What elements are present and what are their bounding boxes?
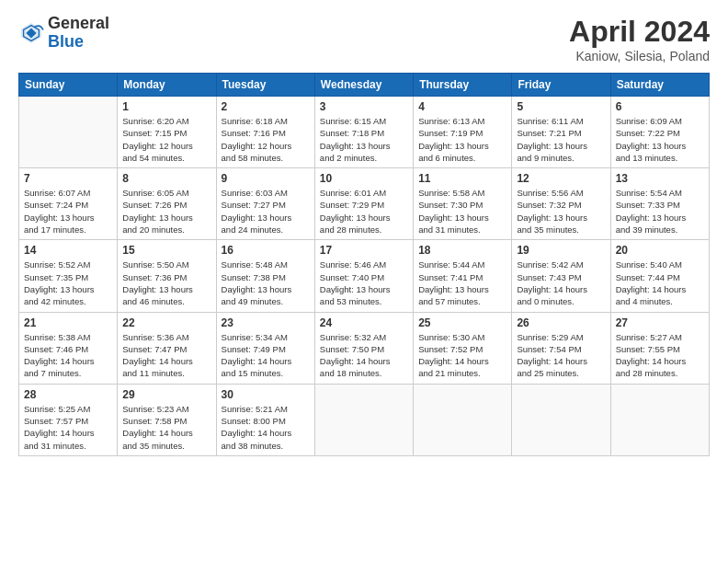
- weekday-header-monday: Monday: [118, 74, 216, 97]
- day-info: Sunrise: 5:48 AMSunset: 7:38 PMDaylight:…: [222, 259, 310, 307]
- calendar-cell: 7Sunrise: 6:07 AMSunset: 7:24 PMDaylight…: [19, 168, 118, 240]
- logo-general-text: General: [48, 15, 109, 33]
- calendar-cell: 30Sunrise: 5:21 AMSunset: 8:00 PMDayligh…: [216, 384, 314, 455]
- calendar-cell: 13Sunrise: 5:54 AMSunset: 7:33 PMDayligh…: [610, 168, 709, 240]
- week-row-4: 28Sunrise: 5:25 AMSunset: 7:57 PMDayligh…: [19, 384, 710, 455]
- weekday-header-tuesday: Tuesday: [216, 74, 314, 97]
- day-number: 3: [320, 100, 408, 113]
- calendar-cell: 9Sunrise: 6:03 AMSunset: 7:27 PMDaylight…: [216, 168, 314, 240]
- day-number: 27: [616, 316, 704, 329]
- calendar-cell: 3Sunrise: 6:15 AMSunset: 7:18 PMDaylight…: [314, 97, 413, 168]
- calendar-cell: 17Sunrise: 5:46 AMSunset: 7:40 PMDayligh…: [314, 240, 413, 312]
- subtitle: Kaniow, Silesia, Poland: [569, 49, 710, 63]
- day-number: 11: [418, 172, 506, 185]
- calendar-cell: 22Sunrise: 5:36 AMSunset: 7:47 PMDayligh…: [118, 312, 216, 384]
- day-info: Sunrise: 5:32 AMSunset: 7:50 PMDaylight:…: [320, 331, 408, 380]
- day-info: Sunrise: 5:36 AMSunset: 7:47 PMDaylight:…: [122, 331, 210, 380]
- day-info: Sunrise: 5:27 AMSunset: 7:55 PMDaylight:…: [616, 331, 704, 380]
- logo-icon: [18, 20, 44, 46]
- calendar-cell: 21Sunrise: 5:38 AMSunset: 7:46 PMDayligh…: [19, 312, 118, 384]
- weekday-header-wednesday: Wednesday: [314, 74, 413, 97]
- week-row-2: 14Sunrise: 5:52 AMSunset: 7:35 PMDayligh…: [19, 240, 710, 312]
- calendar-cell: 20Sunrise: 5:40 AMSunset: 7:44 PMDayligh…: [610, 240, 709, 312]
- weekday-header-friday: Friday: [512, 74, 610, 97]
- day-number: 12: [517, 172, 605, 185]
- calendar-cell: 18Sunrise: 5:44 AMSunset: 7:41 PMDayligh…: [414, 240, 512, 312]
- logo-blue-text: Blue: [48, 33, 109, 52]
- calendar-cell: 24Sunrise: 5:32 AMSunset: 7:50 PMDayligh…: [314, 312, 413, 384]
- day-info: Sunrise: 6:20 AMSunset: 7:15 PMDaylight:…: [122, 115, 210, 164]
- day-info: Sunrise: 6:18 AMSunset: 7:16 PMDaylight:…: [222, 115, 310, 164]
- weekday-header-saturday: Saturday: [610, 74, 709, 97]
- calendar-cell: [414, 384, 512, 455]
- day-info: Sunrise: 5:44 AMSunset: 7:41 PMDaylight:…: [418, 259, 506, 307]
- day-number: 9: [222, 172, 310, 185]
- calendar-cell: [610, 384, 709, 455]
- calendar-cell: 14Sunrise: 5:52 AMSunset: 7:35 PMDayligh…: [19, 240, 118, 312]
- day-info: Sunrise: 5:29 AMSunset: 7:54 PMDaylight:…: [517, 331, 605, 380]
- day-info: Sunrise: 5:58 AMSunset: 7:30 PMDaylight:…: [418, 187, 506, 236]
- day-number: 14: [24, 244, 112, 257]
- calendar-cell: 28Sunrise: 5:25 AMSunset: 7:57 PMDayligh…: [19, 384, 118, 455]
- week-row-3: 21Sunrise: 5:38 AMSunset: 7:46 PMDayligh…: [19, 312, 710, 384]
- day-number: 16: [222, 244, 310, 257]
- day-info: Sunrise: 6:13 AMSunset: 7:19 PMDaylight:…: [418, 115, 506, 164]
- day-number: 2: [222, 100, 310, 113]
- calendar-cell: 29Sunrise: 5:23 AMSunset: 7:58 PMDayligh…: [118, 384, 216, 455]
- logo-text: General Blue: [48, 15, 109, 52]
- day-number: 1: [122, 100, 210, 113]
- day-number: 25: [418, 316, 506, 329]
- day-info: Sunrise: 6:05 AMSunset: 7:26 PMDaylight:…: [122, 187, 210, 236]
- calendar-cell: 5Sunrise: 6:11 AMSunset: 7:21 PMDaylight…: [512, 97, 610, 168]
- day-number: 23: [222, 316, 310, 329]
- day-info: Sunrise: 5:40 AMSunset: 7:44 PMDaylight:…: [616, 259, 704, 307]
- day-info: Sunrise: 5:34 AMSunset: 7:49 PMDaylight:…: [222, 331, 310, 380]
- calendar-table: SundayMondayTuesdayWednesdayThursdayFrid…: [18, 73, 710, 456]
- day-number: 22: [122, 316, 210, 329]
- main-title: April 2024: [569, 15, 710, 49]
- title-block: April 2024 Kaniow, Silesia, Poland: [569, 15, 710, 63]
- calendar-cell: 15Sunrise: 5:50 AMSunset: 7:36 PMDayligh…: [118, 240, 216, 312]
- calendar-cell: 4Sunrise: 6:13 AMSunset: 7:19 PMDaylight…: [414, 97, 512, 168]
- logo: General Blue: [18, 15, 109, 52]
- calendar-cell: 2Sunrise: 6:18 AMSunset: 7:16 PMDaylight…: [216, 97, 314, 168]
- calendar-cell: 16Sunrise: 5:48 AMSunset: 7:38 PMDayligh…: [216, 240, 314, 312]
- day-info: Sunrise: 5:23 AMSunset: 7:58 PMDaylight:…: [122, 403, 210, 452]
- day-info: Sunrise: 6:03 AMSunset: 7:27 PMDaylight:…: [222, 187, 310, 236]
- weekday-header-sunday: Sunday: [19, 74, 118, 97]
- day-info: Sunrise: 5:46 AMSunset: 7:40 PMDaylight:…: [320, 259, 408, 307]
- day-number: 7: [24, 172, 112, 185]
- calendar-cell: [314, 384, 413, 455]
- day-info: Sunrise: 5:56 AMSunset: 7:32 PMDaylight:…: [517, 187, 605, 236]
- calendar-cell: [19, 97, 118, 168]
- week-row-0: 1Sunrise: 6:20 AMSunset: 7:15 PMDaylight…: [19, 97, 710, 168]
- calendar-cell: 10Sunrise: 6:01 AMSunset: 7:29 PMDayligh…: [314, 168, 413, 240]
- calendar-cell: 8Sunrise: 6:05 AMSunset: 7:26 PMDaylight…: [118, 168, 216, 240]
- day-number: 21: [24, 316, 112, 329]
- day-info: Sunrise: 5:52 AMSunset: 7:35 PMDaylight:…: [24, 259, 112, 307]
- calendar-cell: [512, 384, 610, 455]
- day-info: Sunrise: 5:42 AMSunset: 7:43 PMDaylight:…: [517, 259, 605, 307]
- calendar-cell: 1Sunrise: 6:20 AMSunset: 7:15 PMDaylight…: [118, 97, 216, 168]
- header: General Blue April 2024 Kaniow, Silesia,…: [18, 15, 710, 63]
- calendar-cell: 6Sunrise: 6:09 AMSunset: 7:22 PMDaylight…: [610, 97, 709, 168]
- day-number: 26: [517, 316, 605, 329]
- day-number: 5: [517, 100, 605, 113]
- day-info: Sunrise: 5:30 AMSunset: 7:52 PMDaylight:…: [418, 331, 506, 380]
- day-number: 15: [122, 244, 210, 257]
- calendar-cell: 12Sunrise: 5:56 AMSunset: 7:32 PMDayligh…: [512, 168, 610, 240]
- day-info: Sunrise: 5:25 AMSunset: 7:57 PMDaylight:…: [24, 403, 112, 452]
- day-info: Sunrise: 6:11 AMSunset: 7:21 PMDaylight:…: [517, 115, 605, 164]
- day-number: 24: [320, 316, 408, 329]
- calendar-cell: 19Sunrise: 5:42 AMSunset: 7:43 PMDayligh…: [512, 240, 610, 312]
- day-info: Sunrise: 5:54 AMSunset: 7:33 PMDaylight:…: [616, 187, 704, 236]
- calendar-cell: 23Sunrise: 5:34 AMSunset: 7:49 PMDayligh…: [216, 312, 314, 384]
- calendar-cell: 25Sunrise: 5:30 AMSunset: 7:52 PMDayligh…: [414, 312, 512, 384]
- day-number: 8: [122, 172, 210, 185]
- day-number: 30: [222, 388, 310, 401]
- day-number: 4: [418, 100, 506, 113]
- day-info: Sunrise: 5:38 AMSunset: 7:46 PMDaylight:…: [24, 331, 112, 380]
- day-info: Sunrise: 6:01 AMSunset: 7:29 PMDaylight:…: [320, 187, 408, 236]
- page: General Blue April 2024 Kaniow, Silesia,…: [0, 0, 728, 563]
- calendar-cell: 11Sunrise: 5:58 AMSunset: 7:30 PMDayligh…: [414, 168, 512, 240]
